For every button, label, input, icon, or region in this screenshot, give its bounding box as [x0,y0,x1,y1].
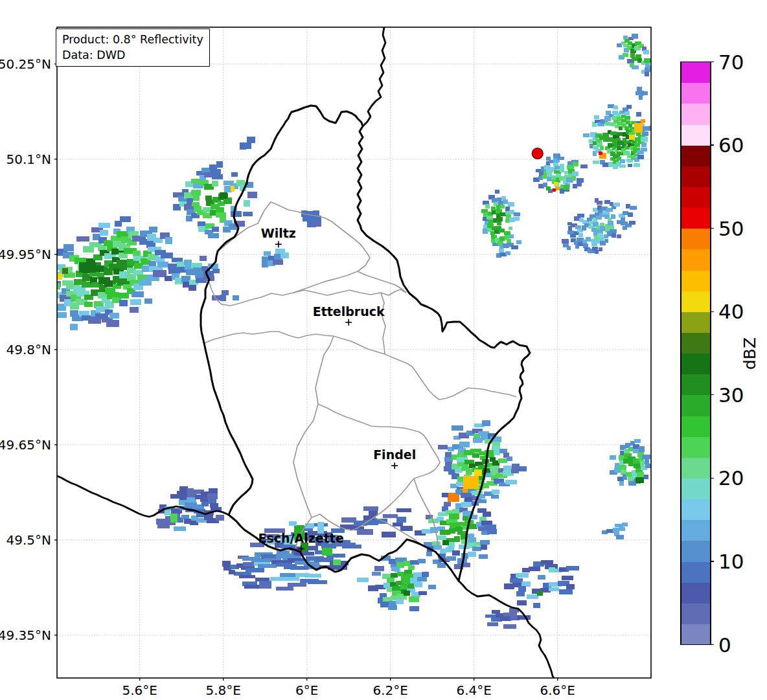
y-tick-label: 50.1°N [6,152,52,167]
city-label: Findel [373,447,416,462]
colorbar-segment [681,541,711,562]
radar-map-canvas[interactable]: WiltzEttelbruckFindelEsch/Alzette5.6°E5.… [0,0,767,700]
colorbar-segment [681,374,711,396]
colorbar-segment [681,311,711,333]
colorbar-segment [681,520,711,541]
colorbar-segment [681,624,711,645]
y-tick-label: 49.65°N [0,437,51,453]
echo-core-cell [463,476,479,489]
y-tick-label: 49.5°N [6,532,52,548]
echo-core-cell [170,514,177,523]
colorbar-tick-label: 40 [718,300,744,323]
echo-core-cell [599,152,602,155]
echo-core-cell [165,510,170,515]
echo-core-cell [442,540,449,545]
echo-core-cell [573,162,578,166]
y-tick-label: 50.25°N [0,56,51,72]
echo-core-cell [546,186,551,190]
colorbar-segment [681,291,711,312]
colorbar-segment [681,478,711,499]
x-tick-label: 6.4°E [456,683,491,698]
y-tick-label: 49.8°N [6,342,52,357]
echo-core-cell [564,185,569,190]
colorbar-segment [681,436,711,458]
colorbar-segment [681,208,711,229]
product-info-line: Product: 0.8° Reflectivity [62,32,203,47]
x-tick-label: 6°E [295,683,318,698]
x-tick-label: 5.8°E [205,683,240,698]
echo-core-cell [635,477,644,483]
echo-core-cell [634,123,643,133]
echo-core-cell [404,591,410,596]
colorbar-unit-label: dBZ [740,333,761,374]
colorbar-segment [681,186,711,208]
colorbar-segment [681,499,711,521]
echo-core-cell [554,182,558,186]
colorbar-segment [681,332,711,354]
echo-core-cell [322,548,332,556]
colorbar-tick-label: 50 [718,217,744,240]
echo-core-cell [333,559,341,565]
city-label: Ettelbruck [313,304,385,319]
colorbar-segment [681,582,711,604]
colorbar-segment [681,124,711,146]
colorbar-segment [681,603,711,624]
colorbar-tick-label: 0 [718,633,731,657]
echo-core-cell [289,521,297,526]
echo-core-cell [641,119,645,123]
colorbar-segment [681,62,711,84]
radar-viewer: 13.09.2025 12:25 UTC WiltzEttelbruckFind… [0,0,767,700]
colorbar-tick-label: 10 [718,550,744,573]
echo-core-cell [485,450,494,457]
colorbar-segment [681,395,711,416]
y-tick-label: 49.95°N [0,247,51,262]
colorbar-segment [681,104,711,125]
echo-core-cell [553,188,556,192]
colorbar-segment [681,83,711,104]
x-tick-label: 6.6°E [540,683,575,698]
echo-core-cell [220,192,227,199]
echo-core-cell [57,273,62,280]
colorbar-segment [681,416,711,437]
colorbar-segment [681,229,711,250]
colorbar-tick-label: 70 [718,51,744,74]
colorbar-segment [681,166,711,187]
colorbar-tick-label: 30 [718,383,744,407]
echo-core-cell [537,591,543,596]
colorbar-segment [681,561,711,583]
echo-core-cell [357,578,369,582]
city-label: Wiltz [261,226,296,240]
echo-core-cell [629,135,635,140]
x-tick-label: 6.2°E [372,683,407,698]
echo-core-cell [474,469,482,476]
echo-core-cell [549,567,555,572]
y-tick-label: 49.35°N [0,627,51,643]
map-face [57,27,651,678]
echo-core-cell [556,187,560,190]
colorbar-segment [681,145,711,166]
echo-core-cell [62,268,68,274]
echo-core-cell [231,186,235,192]
colorbar-segment [681,457,711,479]
colorbar-tick-label: 60 [718,133,744,157]
echo-core-cell [79,262,96,273]
x-tick-label: 5.6°E [122,683,157,698]
city-label: Esch/Alzette [258,531,344,545]
colorbar-segment [681,249,711,271]
colorbar-segment [681,354,711,375]
colorbar-segment [681,270,711,291]
echo-core-cell [391,567,399,571]
product-info-box: Product: 0.8° Reflectivity Data: DWD [56,28,210,67]
colorbar-tick-label: 20 [718,466,744,490]
data-source-line: Data: DWD [62,47,203,63]
radar-site-marker[interactable] [532,148,543,159]
